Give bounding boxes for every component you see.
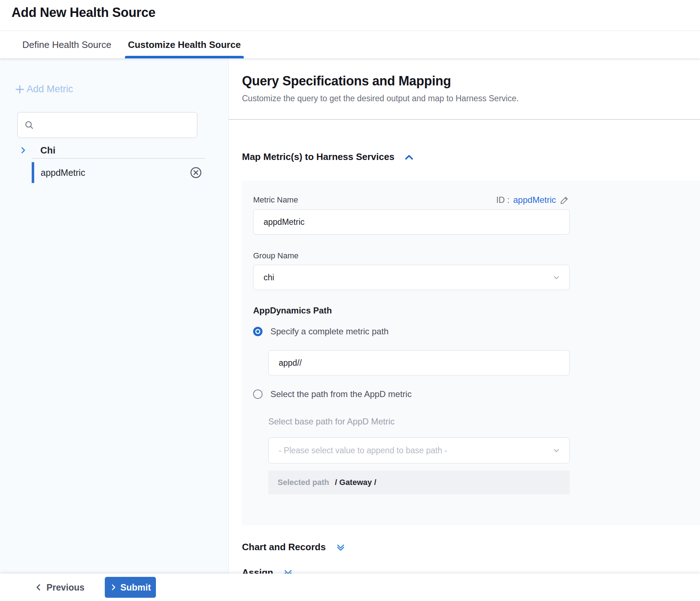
tree-item-label: appdMetric [41,168,85,178]
previous-button[interactable]: Previous [34,582,85,593]
top-bar: Add New Health Source Define Health Sour… [0,0,700,58]
metric-search-input[interactable] [39,112,197,138]
selected-path-value: / Gateway / [335,478,376,487]
group-name-value: chi [264,273,274,282]
chevron-right-icon[interactable] [19,146,27,155]
chart-and-records-toggle[interactable]: Chart and Records [242,542,700,553]
tree-group-label: Chi [40,145,55,156]
radio-complete-path-label: Specify a complete metric path [270,326,389,337]
chevron-right-icon [109,583,117,591]
group-name-label: Group Name [253,251,570,261]
base-path-select[interactable]: - Please select value to append to base … [268,437,570,463]
group-name-select[interactable]: chi [253,265,570,290]
chevron-down-icon [552,273,561,282]
section-subtitle: Customize the query to get the desired o… [242,94,700,103]
complete-metric-path-input[interactable] [268,350,570,375]
base-path-placeholder: - Please select value to append to base … [279,446,447,455]
tab-label: Define Health Source [22,39,111,50]
chevron-down-icon[interactable] [335,542,346,553]
query-spec-panel: Query Specifications and Mapping Customi… [229,58,700,574]
metric-name-input[interactable] [253,209,570,235]
metric-name-label: Metric Name [253,195,298,205]
metric-id-label: ID : [496,195,510,205]
tree-divider [32,158,205,159]
radio-selected-icon[interactable] [253,327,262,336]
tab-customize-health-source[interactable]: Customize Health Source [125,31,244,58]
map-metrics-section-toggle[interactable]: Map Metric(s) to Harness Services [242,151,700,163]
radio-unselected-icon[interactable] [253,389,262,399]
tab-label: Customize Health Source [128,39,241,50]
add-metric-button[interactable]: Add Metric [14,84,73,95]
submit-button[interactable]: Submit [105,577,156,598]
radio-option-complete-path[interactable]: Specify a complete metric path [253,326,570,337]
add-metric-label: Add Metric [27,84,73,95]
add-health-source-dialog: Add New Health Source Define Health Sour… [0,0,700,601]
previous-label: Previous [46,582,85,593]
submit-label: Submit [120,582,151,593]
section-divider [229,119,700,120]
metric-tree: Chi appdMetric [0,142,228,183]
page-title: Add New Health Source [12,5,156,20]
map-metrics-heading: Map Metric(s) to Harness Services [242,151,394,163]
tree-item-appdmetric[interactable]: appdMetric [32,162,228,183]
tab-bar: Define Health Source Customize Health So… [0,31,700,58]
chevron-down-icon [552,446,561,455]
edit-icon[interactable] [560,195,570,205]
chevron-up-icon[interactable] [404,152,414,163]
title-bar: Add New Health Source [0,0,700,31]
selected-path-bar: Selected path / Gateway / [268,471,570,494]
plus-icon [14,84,27,95]
map-metrics-form: Metric Name ID : appdMetric Group Name [242,181,700,525]
metric-id-value: appdMetric [513,195,556,205]
metric-search-box [17,112,197,138]
metric-sidebar: Add Metric Chi appdMetric [0,58,229,574]
chevron-left-icon [34,583,43,592]
selected-path-label: Selected path [278,478,329,487]
tree-group-chi[interactable]: Chi [0,142,228,158]
section-title: Query Specifications and Mapping [242,74,700,89]
remove-metric-icon[interactable] [189,166,202,179]
search-icon [24,120,34,130]
chart-and-records-heading: Chart and Records [242,542,326,553]
dialog-footer: Previous Submit [0,574,700,601]
radio-option-select-path[interactable]: Select the path from the AppD metric [253,389,570,399]
base-path-label: Select base path for AppD Metric [268,417,570,427]
tab-define-health-source[interactable]: Define Health Source [19,31,114,58]
appdynamics-path-heading: AppDynamics Path [253,306,570,316]
radio-select-path-label: Select the path from the AppD metric [270,389,412,399]
